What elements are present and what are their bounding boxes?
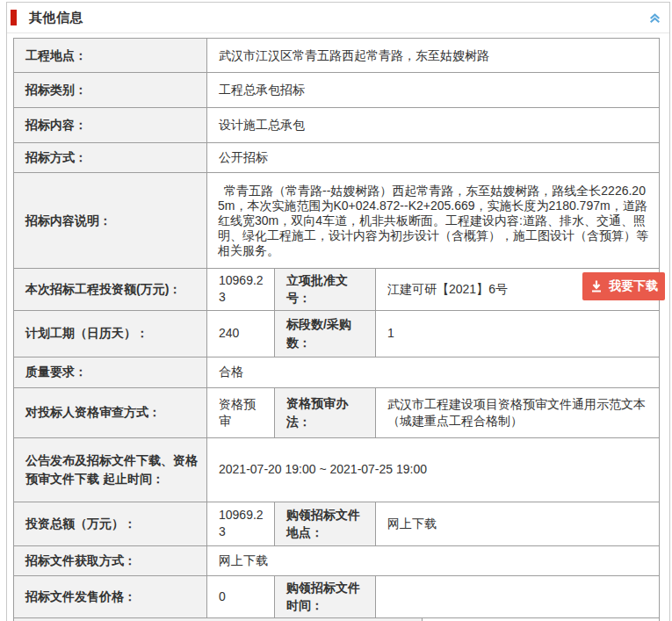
table-row: 招标方式： 公开招标 <box>14 143 660 173</box>
row-value: 工程总承包招标 <box>207 73 660 108</box>
row-label-2: 购领招标文件时间： <box>275 575 376 617</box>
panel-header: 其他信息 <box>7 3 669 33</box>
table-row: 招标内容： 设计施工总承包 <box>14 108 660 143</box>
row-label: 计划工期（日历天）： <box>14 310 207 357</box>
row-label: 招标内容： <box>14 108 207 143</box>
row-label: 招标文件发售价格： <box>14 575 207 617</box>
row-value-2: 武汉市工程建设项目资格预审文件通用示范文本（城建重点工程合格制） <box>376 387 660 437</box>
table-row-partial <box>13 617 660 621</box>
row-label: 招标文件获取方式： <box>14 545 207 575</box>
table-row: 招标文件发售价格： 0 购领招标文件时间： <box>14 575 660 617</box>
row-value-2 <box>376 575 660 617</box>
table-row: 对投标人资格审查方式： 资格预审 资格预审办法： 武汉市工程建设项目资格预审文件… <box>14 387 660 437</box>
row-value: 公开招标 <box>207 143 660 173</box>
row-value: 合格 <box>207 357 660 387</box>
row-value <box>422 617 660 621</box>
table-row: 招标内容说明： 常青五路（常青路--姑嫂树路）西起常青路，东至姑嫂树路，路线全长… <box>14 173 660 269</box>
row-value: 设计施工总承包 <box>207 108 660 143</box>
row-value: 240 <box>207 310 275 357</box>
row-label-2: 购领招标文件地点： <box>275 502 376 545</box>
table-row: 本次招标工程投资额(万元)： 10969.23 立项批准文号： 江建可研【202… <box>14 269 660 311</box>
row-label: 招标内容说明： <box>14 173 207 269</box>
row-label: 招标方式： <box>14 143 207 173</box>
other-info-panel: 其他信息 工程地点： 武汉市江汉区常青五路西起常青路，东至姑嫂树路 招标类别： … <box>6 2 670 621</box>
download-icon <box>589 279 603 293</box>
row-label: 本次招标工程投资额(万元)： <box>14 269 207 311</box>
row-value-2: 网上下载 <box>376 502 660 545</box>
tender-info-table: 工程地点： 武汉市江汉区常青五路西起常青路，东至姑嫂树路 招标类别： 工程总承包… <box>13 38 660 618</box>
row-label-2: 标段数/采购数： <box>275 310 376 357</box>
table-row: 公告发布及招标文件下载、资格预审文件下载 起止时间： 2021-07-20 19… <box>14 437 660 502</box>
panel-title: 其他信息 <box>29 10 83 26</box>
table-row: 质量要求： 合格 <box>14 357 660 387</box>
row-label: 对投标人资格审查方式： <box>14 387 207 437</box>
row-value: 0 <box>207 575 275 617</box>
row-value: 网上下载 <box>207 545 660 575</box>
table-row: 投资总额（万元）： 10969.23 购领招标文件地点： 网上下载 <box>14 502 660 545</box>
row-value: 10969.23 <box>207 502 275 545</box>
download-button-label: 我要下载 <box>609 278 658 294</box>
row-label: 公告发布及招标文件下载、资格预审文件下载 起止时间： <box>14 437 207 502</box>
row-label <box>13 617 423 621</box>
table-row: 计划工期（日历天）： 240 标段数/采购数： 1 <box>14 310 660 357</box>
row-value: 武汉市江汉区常青五路西起常青路，东至姑嫂树路 <box>207 39 660 73</box>
row-label: 质量要求： <box>14 357 207 387</box>
table-row: 招标类别： 工程总承包招标 <box>14 73 660 108</box>
red-accent-bar <box>11 10 17 25</box>
row-value-2: 1 <box>376 310 660 357</box>
table-row: 招标文件获取方式： 网上下载 <box>14 545 660 575</box>
chevron-double-up-icon[interactable] <box>647 11 662 25</box>
row-value: 2021-07-20 19:00 ~ 2021-07-25 19:00 <box>207 437 660 502</box>
row-label: 投资总额（万元）： <box>14 502 207 545</box>
row-value: 10969.23 <box>207 269 275 311</box>
row-value: 资格预审 <box>207 387 275 437</box>
row-label-2: 资格预审办法： <box>275 387 376 437</box>
row-label-2: 立项批准文号： <box>275 269 376 311</box>
row-label: 招标类别： <box>14 73 207 108</box>
table-row: 工程地点： 武汉市江汉区常青五路西起常青路，东至姑嫂树路 <box>14 39 660 73</box>
row-value: 常青五路（常青路--姑嫂树路）西起常青路，东至姑嫂树路，路线全长2226.205… <box>207 173 660 269</box>
row-label: 工程地点： <box>14 39 207 73</box>
download-button[interactable]: 我要下载 <box>582 272 665 300</box>
